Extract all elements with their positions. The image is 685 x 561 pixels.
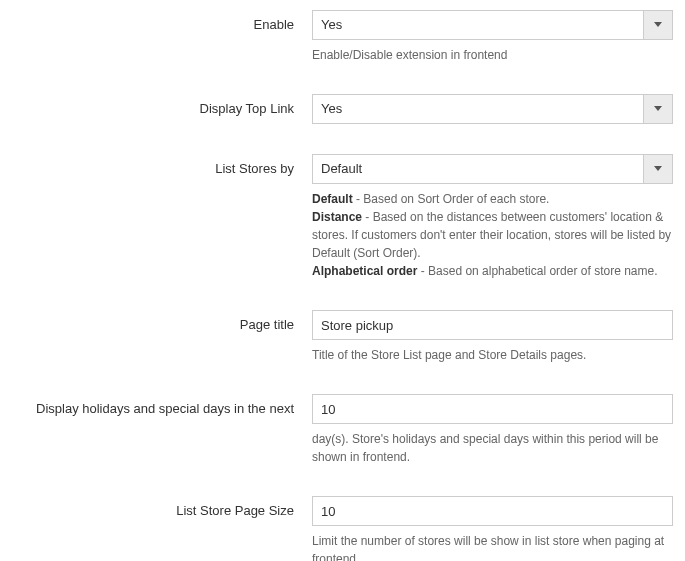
- help-distance-bold: Distance: [312, 210, 362, 224]
- caret-down-icon: [654, 22, 662, 28]
- label-list-stores-by: List Stores by: [12, 154, 312, 176]
- select-list-stores-by-value: Default: [312, 154, 643, 184]
- dropdown-button-enable[interactable]: [643, 10, 673, 40]
- help-list-stores-by: Default - Based on Sort Order of each st…: [312, 190, 673, 280]
- help-default-text: - Based on Sort Order of each store.: [353, 192, 550, 206]
- dropdown-button-display-top-link[interactable]: [643, 94, 673, 124]
- dropdown-button-list-stores-by[interactable]: [643, 154, 673, 184]
- help-list-page-size: Limit the number of stores will be show …: [312, 532, 673, 561]
- label-page-title: Page title: [12, 310, 312, 332]
- label-list-page-size: List Store Page Size: [12, 496, 312, 518]
- select-display-top-link[interactable]: Yes: [312, 94, 673, 124]
- caret-down-icon: [654, 106, 662, 112]
- label-display-top-link: Display Top Link: [12, 94, 312, 116]
- select-enable[interactable]: Yes: [312, 10, 673, 40]
- help-display-holidays: day(s). Store's holidays and special day…: [312, 430, 673, 466]
- input-display-holidays[interactable]: [312, 394, 673, 424]
- help-alpha-text: - Based on alphabetical order of store n…: [417, 264, 657, 278]
- label-display-holidays: Display holidays and special days in the…: [12, 394, 312, 416]
- input-page-title[interactable]: [312, 310, 673, 340]
- caret-down-icon: [654, 166, 662, 172]
- help-alpha-bold: Alphabetical order: [312, 264, 417, 278]
- help-enable: Enable/Disable extension in frontend: [312, 46, 673, 64]
- help-default-bold: Default: [312, 192, 353, 206]
- help-distance-text: - Based on the distances between custome…: [312, 210, 671, 260]
- input-list-page-size[interactable]: [312, 496, 673, 526]
- select-display-top-link-value: Yes: [312, 94, 643, 124]
- select-enable-value: Yes: [312, 10, 643, 40]
- label-enable: Enable: [12, 10, 312, 32]
- select-list-stores-by[interactable]: Default: [312, 154, 673, 184]
- help-page-title: Title of the Store List page and Store D…: [312, 346, 673, 364]
